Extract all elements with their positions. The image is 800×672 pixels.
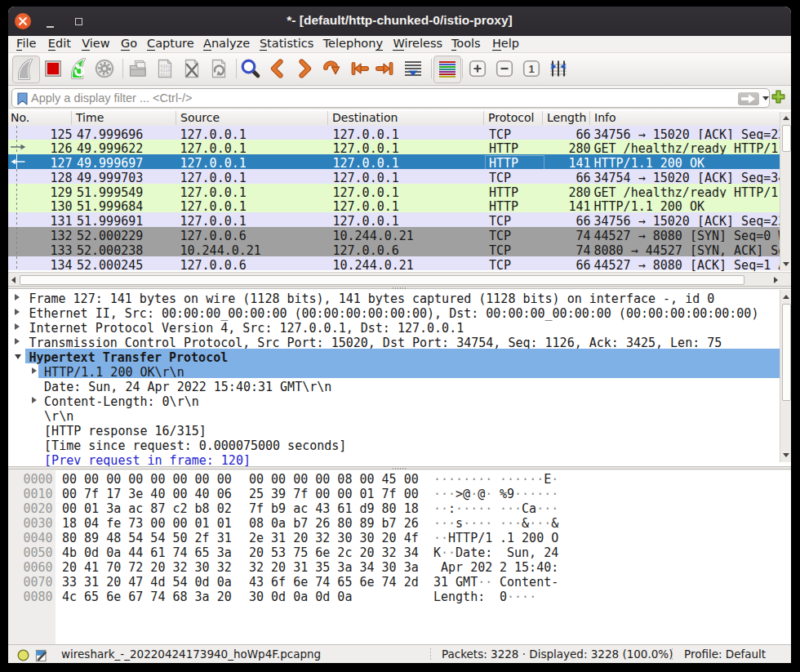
add-filter-button[interactable]: [771, 90, 785, 104]
toolbar-reload-file-button[interactable]: [206, 56, 232, 82]
pane-splitter[interactable]: [8, 466, 791, 470]
packet-row-129[interactable]: 12951.999549127.0.0.1127.0.0.1HTTP280GET…: [8, 184, 780, 198]
hex-row-0030[interactable]: 003018 04 fe 73 00 00 01 0108 0a b7 26 8…: [8, 515, 780, 530]
hex-row-0060[interactable]: 006020 41 70 72 20 32 30 3232 20 31 35 3…: [8, 559, 780, 574]
hex-row-0020[interactable]: 002000 01 3a ac 87 c2 b8 027f b9 ac 43 6…: [8, 501, 780, 515]
column-header-no[interactable]: No.: [8, 111, 72, 125]
hex-row-0000[interactable]: 000000 00 00 00 00 00 00 0000 00 00 00 0…: [8, 471, 780, 486]
menu-edit[interactable]: Edit: [48, 36, 71, 51]
detail-row[interactable]: Date: Sun, 24 Apr 2022 15:40:31 GMT\r\n: [8, 378, 780, 393]
toolbar-find-packet-button[interactable]: [238, 56, 264, 82]
toolbar-open-file-button[interactable]: [125, 56, 151, 82]
menu-telephony[interactable]: Telephony: [323, 36, 383, 51]
capture-comment-icon[interactable]: [35, 649, 48, 662]
detail-row[interactable]: Hypertext Transfer Protocol: [8, 349, 780, 363]
toolbar-go-last-button[interactable]: [372, 56, 398, 82]
toolbar-close-file-button[interactable]: [179, 56, 205, 82]
capture-file-name[interactable]: wireshark_-_20220424173940_hoWp4F.pcapng: [61, 645, 321, 663]
menu-wireless[interactable]: Wireless: [393, 36, 442, 51]
menu-help[interactable]: Help: [492, 36, 519, 51]
filter-expression-dropdown[interactable]: [762, 96, 769, 100]
detail-row[interactable]: Ethernet II, Src: 00:00:00_00:00:00 (00:…: [8, 305, 780, 319]
column-header-destination[interactable]: Destination: [328, 111, 484, 125]
scroll-up-arrow[interactable]: [783, 295, 789, 299]
packet-row-130[interactable]: 13051.999684127.0.0.1127.0.0.1HTTP141HTT…: [8, 198, 780, 212]
toolbar-auto-scroll-button[interactable]: [400, 56, 426, 82]
column-header-time[interactable]: Time: [72, 111, 176, 125]
column-header-protocol[interactable]: Protocol: [484, 111, 543, 125]
packet-row-132[interactable]: 13252.000229127.0.0.610.244.0.21TCP74445…: [8, 227, 780, 242]
menu-statistics[interactable]: Statistics: [260, 36, 313, 51]
detail-row[interactable]: \r\n: [8, 407, 780, 422]
scroll-down-arrow[interactable]: [783, 262, 789, 266]
filter-bookmark-icon[interactable]: [17, 92, 28, 105]
column-header-source[interactable]: Source: [176, 111, 328, 125]
packet-list-horizontal-scrollbar[interactable]: [8, 272, 791, 286]
hex-row-0040[interactable]: 004080 89 48 54 54 50 2f 312e 31 20 32 3…: [8, 530, 780, 545]
toolbar-stop-capture-button[interactable]: [40, 56, 66, 82]
toolbar-go-next-button[interactable]: [291, 56, 318, 82]
detail-row[interactable]: Frame 127: 141 bytes on wire (1128 bits)…: [8, 290, 780, 305]
menu-capture[interactable]: Capture: [147, 36, 194, 51]
detail-row[interactable]: HTTP/1.1 200 OK\r\n: [8, 363, 780, 378]
detail-row[interactable]: [HTTP response 16/315]: [8, 422, 780, 437]
display-filter-input[interactable]: Apply a display filter ... <Ctrl-/>: [11, 88, 770, 108]
column-header-info[interactable]: Info: [590, 111, 780, 125]
toolbar-capture-options-button[interactable]: [91, 56, 118, 82]
expand-collapsed-icon[interactable]: [32, 397, 37, 403]
toolbar-colorize-button[interactable]: [433, 56, 461, 83]
details-scroll-thumb[interactable]: [782, 304, 791, 401]
toolbar-save-file-button[interactable]: 0101 0110 0111: [152, 56, 178, 82]
nonprintable-byte-dot: ·: [536, 516, 544, 531]
detail-row[interactable]: Internet Protocol Version 4, Src: 127.0.…: [8, 319, 780, 334]
packet-row-126[interactable]: 12649.999622127.0.0.1127.0.0.1HTTP280GET…: [8, 140, 780, 154]
details-vertical-scrollbar[interactable]: [780, 290, 791, 462]
packet-row-127[interactable]: 12749.999697127.0.0.1127.0.0.1HTTP141HTT…: [8, 154, 780, 169]
toolbar-resize-columns-button[interactable]: [545, 56, 571, 82]
expand-collapsed-icon[interactable]: [15, 338, 20, 345]
packet-list-vertical-scrollbar[interactable]: [780, 112, 791, 271]
packet-row-125[interactable]: 12547.999696127.0.0.1127.0.0.1TCP6634756…: [8, 126, 780, 140]
scroll-right-arrow[interactable]: [774, 277, 778, 283]
toolbar-zoom-100-button[interactable]: 1: [518, 56, 544, 82]
menu-file[interactable]: File: [16, 36, 36, 51]
packet-row-134[interactable]: 13452.000245127.0.0.610.244.0.21TCP66445…: [8, 256, 780, 271]
scroll-down-arrow[interactable]: [783, 453, 789, 457]
packet-list-scroll-thumb[interactable]: [782, 125, 791, 152]
expand-collapsed-icon[interactable]: [15, 309, 20, 315]
column-header-length[interactable]: Length: [543, 111, 590, 125]
scroll-left-arrow[interactable]: [11, 277, 16, 283]
expand-collapsed-icon[interactable]: [15, 294, 20, 300]
apply-filter-button[interactable]: [738, 92, 759, 105]
toolbar-zoom-out-button[interactable]: [491, 56, 518, 82]
expert-info-icon[interactable]: [17, 649, 29, 661]
detail-row[interactable]: [Prev request in frame: 120]: [8, 452, 780, 465]
packet-list-hscroll-thumb[interactable]: [20, 275, 744, 285]
toolbar-restart-capture-button[interactable]: [66, 56, 92, 82]
expand-collapsed-icon[interactable]: [32, 367, 37, 374]
expand-collapsed-icon[interactable]: [15, 323, 20, 330]
packet-row-133[interactable]: 13352.00023810.244.0.21127.0.0.6TCP74808…: [8, 242, 780, 256]
menu-view[interactable]: View: [82, 36, 109, 51]
hex-row-0010[interactable]: 001000 7f 17 3e 40 00 40 0625 39 7f 00 0…: [8, 486, 780, 501]
toolbar-go-first-button[interactable]: [346, 56, 372, 82]
scroll-up-arrow[interactable]: [783, 116, 789, 120]
toolbar-go-previous-button[interactable]: [264, 56, 291, 82]
expand-expanded-icon[interactable]: [15, 354, 21, 359]
menu-tools[interactable]: Tools: [451, 36, 481, 51]
menu-go[interactable]: Go: [121, 36, 137, 51]
toolbar-go-to-packet-button[interactable]: [318, 56, 344, 82]
packet-row-131[interactable]: 13151.999691127.0.0.1127.0.0.1TCP6634756…: [8, 212, 780, 227]
hex-row-0050[interactable]: 00504b 0d 0a 44 61 74 65 3a20 53 75 6e 2…: [8, 545, 780, 559]
toolbar-start-capture-button[interactable]: [12, 56, 40, 83]
hex-row-0070[interactable]: 007033 31 20 47 4d 54 0d 0a43 6f 6e 74 6…: [8, 574, 780, 589]
toolbar-zoom-in-button[interactable]: [464, 56, 491, 82]
detail-row[interactable]: Transmission Control Protocol, Src Port:…: [8, 334, 780, 349]
detail-row[interactable]: Content-Length: 0\r\n: [8, 393, 780, 407]
title-bar[interactable]: *- [default/http-chunked-0/istio-proxy]: [8, 7, 791, 36]
menu-analyze[interactable]: Analyze: [203, 36, 250, 51]
profile-label[interactable]: Profile: Default: [684, 645, 766, 663]
hex-row-0080[interactable]: 00804c 65 6e 67 74 68 3a 2030 0d 0a 0d 0…: [8, 589, 780, 603]
packet-row-128[interactable]: 12849.999703127.0.0.1127.0.0.1TCP6634754…: [8, 169, 780, 184]
detail-row[interactable]: [Time since request: 0.000075000 seconds…: [8, 437, 780, 452]
